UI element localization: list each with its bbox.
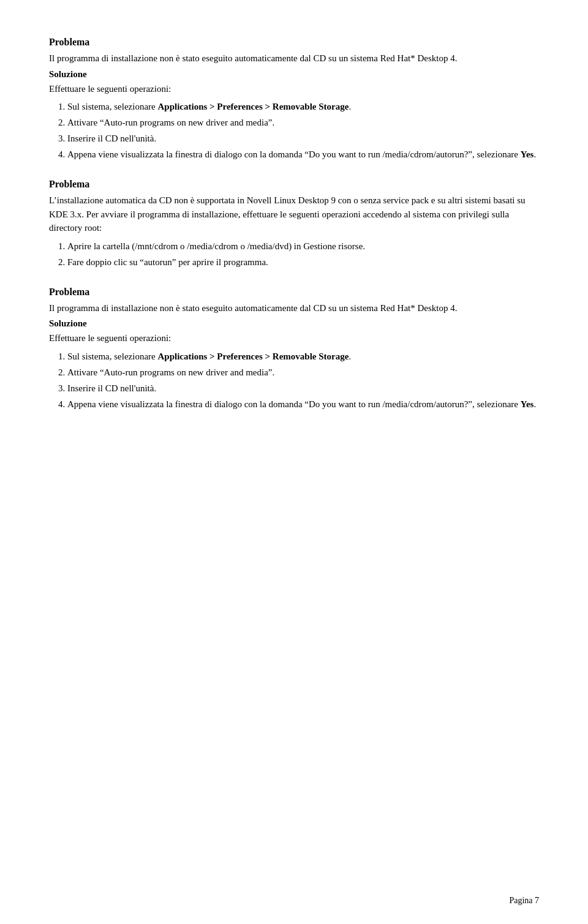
list-item: Appena viene visualizzata la finestra di… — [67, 397, 539, 411]
list-item: Aprire la cartella (/mnt/cdrom o /media/… — [67, 239, 539, 254]
section-3-list: Sul sistema, selezionare Applications > … — [67, 349, 539, 411]
section-3-title: Problema — [49, 287, 539, 298]
section-3-intro: Effettuare le seguenti operazioni: — [49, 331, 539, 345]
section-1-body: Il programma di installazione non è stat… — [49, 51, 539, 66]
list-item: Sul sistema, selezionare Applications > … — [67, 349, 539, 364]
list-item: Attivare “Auto-run programs on new drive… — [67, 115, 539, 130]
section-2-title: Problema — [49, 179, 539, 190]
section-1-intro: Effettuare le seguenti operazioni: — [49, 82, 539, 96]
section-3: Problema Il programma di installazione n… — [49, 287, 539, 411]
list-item: Inserire il CD nell'unità. — [67, 381, 539, 396]
section-2-list: Aprire la cartella (/mnt/cdrom o /media/… — [67, 239, 539, 269]
list-item: Attivare “Auto-run programs on new drive… — [67, 365, 539, 380]
section-3-body: Il programma di installazione non è stat… — [49, 301, 539, 315]
page-content: Problema Il programma di installazione n… — [0, 0, 588, 478]
list-item: Inserire il CD nell'unità. — [67, 131, 539, 146]
section-3-subtitle: Soluzione — [49, 318, 539, 329]
list-item: Sul sistema, selezionare Applications > … — [67, 99, 539, 114]
list-item: Fare doppio clic su “autorun” per aprire… — [67, 255, 539, 269]
page-footer: Pagina 7 — [509, 896, 539, 906]
section-1-subsection: Soluzione Effettuare le seguenti operazi… — [49, 69, 539, 162]
section-1-list: Sul sistema, selezionare Applications > … — [67, 99, 539, 162]
section-1: Problema Il programma di installazione n… — [49, 37, 539, 162]
section-2-body: L’installazione automatica da CD non è s… — [49, 193, 539, 235]
section-3-subsection: Soluzione Effettuare le seguenti operazi… — [49, 318, 539, 411]
list-item: Appena viene visualizzata la finestra di… — [67, 147, 539, 162]
section-1-subtitle: Soluzione — [49, 69, 539, 80]
section-1-title: Problema — [49, 37, 539, 48]
section-2: Problema L’installazione automatica da C… — [49, 179, 539, 269]
page-number: Pagina 7 — [509, 896, 539, 905]
